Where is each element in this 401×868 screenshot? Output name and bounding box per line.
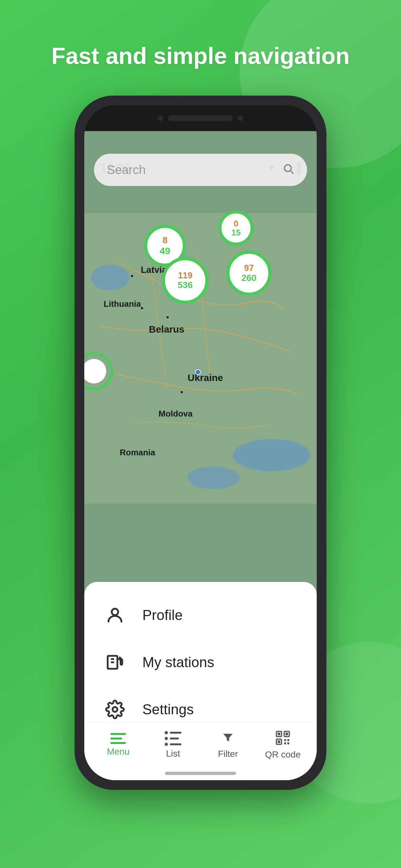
filter-nav-icon: [221, 731, 235, 746]
cluster-4-num1: 97: [244, 264, 254, 273]
svg-point-1: [91, 265, 129, 290]
svg-rect-35: [287, 742, 289, 744]
cluster-3-num2: 536: [178, 280, 193, 290]
svg-text:Ukraine: Ukraine: [188, 372, 223, 383]
menu-nav-icon: [111, 733, 126, 744]
nav-item-list[interactable]: List: [146, 731, 201, 759]
svg-rect-29: [285, 733, 288, 735]
svg-point-14: [195, 370, 201, 375]
svg-point-22: [113, 707, 118, 712]
phone-frame: Latvia Lithuania Belarus Ukraine Moldova…: [74, 96, 327, 790]
svg-rect-31: [278, 740, 280, 743]
search-bar[interactable]: Search: [94, 154, 307, 186]
home-indicator: [165, 772, 236, 775]
camera-dot-2: [238, 115, 243, 121]
menu-item-my-stations[interactable]: My stations: [84, 639, 317, 686]
cluster-4[interactable]: 97 260: [226, 251, 272, 296]
page-title: Fast and simple navigation: [51, 42, 350, 70]
svg-text:Belarus: Belarus: [149, 324, 184, 335]
cluster-3-num1: 119: [178, 271, 192, 281]
menu-label-profile: Profile: [143, 607, 183, 623]
settings-icon: [104, 698, 126, 721]
cluster-1-num2: 49: [159, 245, 170, 256]
qr-nav-icon: [275, 730, 290, 747]
cluster-3[interactable]: 119 536: [162, 257, 209, 304]
svg-point-15: [180, 391, 183, 394]
phone-notch: [84, 105, 317, 131]
svg-point-20: [112, 609, 118, 615]
cluster-2-num1: 0: [234, 219, 238, 228]
nav-label-list: List: [166, 748, 180, 759]
profile-icon: [104, 604, 126, 626]
nav-label-menu: Menu: [107, 747, 129, 757]
svg-point-11: [141, 307, 144, 310]
menu-drawer: Profile My stations: [84, 582, 317, 780]
nav-item-qrcode[interactable]: QR code: [255, 730, 310, 760]
cluster-4-num2: 260: [242, 273, 257, 283]
list-nav-icon: [165, 731, 181, 746]
map-svg: Latvia Lithuania Belarus Ukraine Moldova…: [84, 131, 317, 585]
svg-rect-34: [284, 742, 286, 744]
svg-line-19: [290, 171, 293, 174]
bottom-nav: Menu: [84, 722, 317, 780]
nav-label-filter: Filter: [218, 749, 238, 759]
search-placeholder: Search: [107, 163, 282, 177]
search-icon: [282, 163, 294, 177]
nav-item-menu[interactable]: Menu: [91, 733, 146, 757]
svg-rect-33: [287, 739, 289, 741]
svg-text:Romania: Romania: [120, 447, 155, 457]
svg-rect-32: [284, 739, 286, 741]
svg-point-2: [233, 439, 310, 471]
speaker-bar: [168, 115, 233, 121]
nav-item-filter[interactable]: Filter: [201, 731, 255, 759]
nav-label-qrcode: QR code: [265, 749, 301, 760]
camera-dot: [158, 115, 163, 121]
svg-text:Lithuania: Lithuania: [104, 299, 141, 309]
cluster-2-num2: 15: [232, 228, 241, 237]
svg-point-12: [166, 316, 169, 319]
cluster-1-num1: 8: [162, 236, 167, 245]
menu-label-settings: Settings: [143, 702, 194, 717]
gas-station-icon: [104, 651, 126, 674]
phone-inner: Latvia Lithuania Belarus Ukraine Moldova…: [84, 105, 317, 780]
svg-point-3: [188, 467, 239, 489]
svg-point-10: [130, 275, 134, 278]
cluster-2[interactable]: 0 15: [218, 210, 254, 246]
svg-text:Moldova: Moldova: [158, 409, 193, 418]
svg-rect-27: [278, 733, 280, 735]
menu-label-my-stations: My stations: [143, 654, 214, 671]
menu-item-profile[interactable]: Profile: [84, 592, 317, 639]
